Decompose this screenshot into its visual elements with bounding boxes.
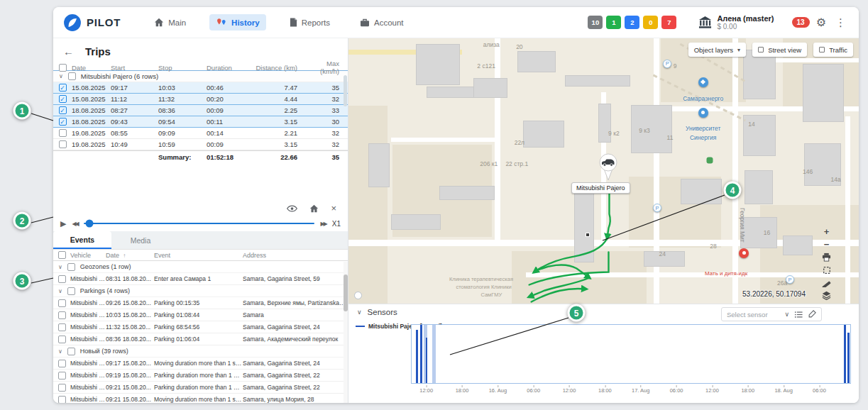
row-checkbox[interactable]: [58, 384, 66, 392]
event-row[interactable]: Mitsubishi Paj...09:21 15.08.20...Parkin…: [53, 382, 348, 394]
speed-chart[interactable]: [411, 324, 851, 384]
row-checkbox[interactable]: [59, 106, 67, 114]
group-checkbox[interactable]: [68, 72, 76, 80]
settings-gear-icon[interactable]: ⚙: [816, 16, 826, 29]
collapse-chevron-icon[interactable]: ∨: [58, 288, 62, 294]
traffic-toggle[interactable]: Traffic: [813, 43, 853, 57]
playback-speed[interactable]: X1: [332, 220, 341, 228]
event-row[interactable]: Mitsubishi Paj...08:31 18.08.20...Enter …: [53, 273, 348, 285]
map[interactable]: ализа202 с121912СамараэнергоУниверситетС…: [348, 38, 859, 304]
trip-row[interactable]: 15.08.202511:1211:3200:204.4432: [53, 94, 348, 105]
sensor-select[interactable]: Select sensor ∨: [721, 307, 822, 321]
row-checkbox[interactable]: [58, 360, 66, 367]
print-icon[interactable]: [821, 253, 832, 262]
brand-logo[interactable]: PILOT: [63, 13, 121, 32]
row-checkbox[interactable]: [59, 95, 67, 103]
row-checkbox[interactable]: [59, 140, 67, 148]
chevron-down-icon[interactable]: ∨: [784, 311, 789, 318]
close-icon[interactable]: ×: [331, 203, 336, 214]
playback-slider[interactable]: [84, 223, 315, 224]
events-group-row[interactable]: ∨Parkings (4 rows): [53, 285, 348, 297]
row-checkbox[interactable]: [58, 372, 66, 379]
zoom-out-button[interactable]: −: [821, 240, 832, 249]
event-row[interactable]: Mitsubishi Paj...10:03 15.08.20...Parkin…: [53, 309, 348, 321]
object-layers-dropdown[interactable]: Object layers ▾: [688, 43, 746, 57]
nav-item-account[interactable]: Account: [353, 15, 410, 31]
trip-row[interactable]: 18.08.202508:2708:3600:092.2533: [53, 105, 348, 116]
row-checkbox[interactable]: [58, 323, 66, 331]
event-vehicle: Mitsubishi Paj...: [70, 360, 106, 367]
row-checkbox-cell: [53, 372, 70, 379]
row-checkbox[interactable]: [59, 118, 67, 126]
tab-media[interactable]: Media: [111, 231, 170, 249]
trips-scrollbar[interactable]: [344, 75, 347, 106]
events-select-all-checkbox[interactable]: [58, 251, 66, 259]
event-row[interactable]: Mitsubishi Paj...09:26 15.08.20...Parkin…: [53, 297, 348, 309]
street-view-checkbox[interactable]: [758, 47, 764, 52]
counter-badge[interactable]: 10: [588, 16, 603, 29]
event-row[interactable]: Mitsubishi Paj...09:21 15.08.20...Moving…: [53, 394, 348, 403]
nav-item-main[interactable]: Main: [148, 14, 192, 31]
sensor-list-icon[interactable]: [794, 311, 803, 318]
counter-badge[interactable]: 2: [625, 16, 639, 29]
zoom-in-button[interactable]: +: [821, 227, 832, 236]
collapse-chevron-icon[interactable]: ∨: [58, 264, 62, 270]
back-button[interactable]: ←: [63, 45, 74, 57]
group-checkbox[interactable]: [67, 263, 75, 271]
measure-ruler-icon[interactable]: [821, 278, 832, 287]
trip-row[interactable]: 19.08.202510:4910:5900:093.1532: [53, 139, 348, 150]
trip-row[interactable]: 15.08.202509:1710:0300:467.4735: [53, 82, 348, 94]
map-attribution-icon[interactable]: [354, 292, 362, 299]
row-checkbox[interactable]: [58, 311, 66, 319]
layers-icon[interactable]: [821, 291, 832, 300]
traffic-checkbox[interactable]: [819, 47, 825, 52]
trip-stop: 09:09: [158, 129, 207, 137]
notifications-badge[interactable]: 13: [792, 17, 810, 28]
collapse-chevron-icon[interactable]: ∨: [59, 73, 63, 79]
vehicle-marker[interactable]: [598, 153, 619, 184]
nav-item-reports[interactable]: Reports: [283, 14, 336, 31]
event-row[interactable]: Mitsubishi Paj...09:17 15.08.20...Moving…: [53, 358, 348, 370]
event-row[interactable]: Mitsubishi Paj...11:32 15.08.20...Parkin…: [53, 321, 348, 333]
area-select-icon[interactable]: [821, 265, 832, 275]
playback-slider-knob[interactable]: [85, 220, 93, 228]
trips-group-row[interactable]: ∨Mitsubishi Pajero (6 rows): [53, 71, 348, 82]
events-group-row[interactable]: ∨Geozones (1 row): [53, 261, 348, 273]
row-checkbox[interactable]: [58, 299, 66, 307]
trips-column-header: Distance (km): [251, 64, 306, 72]
tab-events[interactable]: Events: [53, 231, 111, 249]
user-menu[interactable]: Алена (master) $ 0.00: [698, 14, 774, 31]
collapse-chevron-icon[interactable]: ∨: [58, 348, 62, 355]
events-group-row[interactable]: ∨Новый (39 rows): [53, 345, 348, 358]
overflow-menu-icon[interactable]: ⋮: [833, 16, 849, 29]
map-label: 20: [516, 43, 522, 50]
row-checkbox[interactable]: [58, 396, 66, 404]
select-all-checkbox[interactable]: [59, 64, 67, 72]
sensors-collapse[interactable]: ∨ Sensors: [357, 308, 397, 316]
trip-row[interactable]: 19.08.202508:5509:0900:142.2132: [53, 128, 348, 139]
visibility-eye-icon[interactable]: [287, 205, 297, 212]
row-checkbox[interactable]: [59, 129, 67, 137]
group-checkbox[interactable]: [67, 348, 75, 355]
fast-forward-button[interactable]: ▶▶: [320, 221, 326, 227]
row-checkbox[interactable]: [59, 84, 67, 92]
group-checkbox[interactable]: [67, 287, 75, 295]
event-date: 09:17 15.08.20...: [106, 360, 154, 367]
counter-badge[interactable]: 7: [661, 16, 676, 29]
nav-item-history[interactable]: History: [209, 14, 266, 31]
street-view-toggle[interactable]: Street view: [752, 43, 807, 57]
sort-asc-icon[interactable]: ↑: [121, 253, 126, 259]
home-view-icon[interactable]: [309, 204, 319, 213]
rewind-button[interactable]: ◀◀: [72, 221, 77, 227]
play-button[interactable]: ▶: [60, 219, 66, 228]
row-checkbox[interactable]: [58, 275, 66, 283]
event-row[interactable]: Mitsubishi Paj...09:19 15.08.20...Parkin…: [53, 370, 348, 382]
trip-distance: 7.47: [251, 84, 306, 92]
counter-badge[interactable]: 0: [643, 16, 658, 29]
vehicle-label[interactable]: Mitsubishi Pajero: [571, 182, 630, 194]
event-row[interactable]: Mitsubishi Paj...08:36 18.08.20...Parkin…: [53, 333, 348, 345]
trip-row[interactable]: 18.08.202509:4309:5400:113.1530: [53, 116, 348, 128]
row-checkbox[interactable]: [58, 336, 66, 343]
chart-style-brush-icon[interactable]: [808, 310, 816, 318]
counter-badge[interactable]: 1: [606, 16, 621, 29]
